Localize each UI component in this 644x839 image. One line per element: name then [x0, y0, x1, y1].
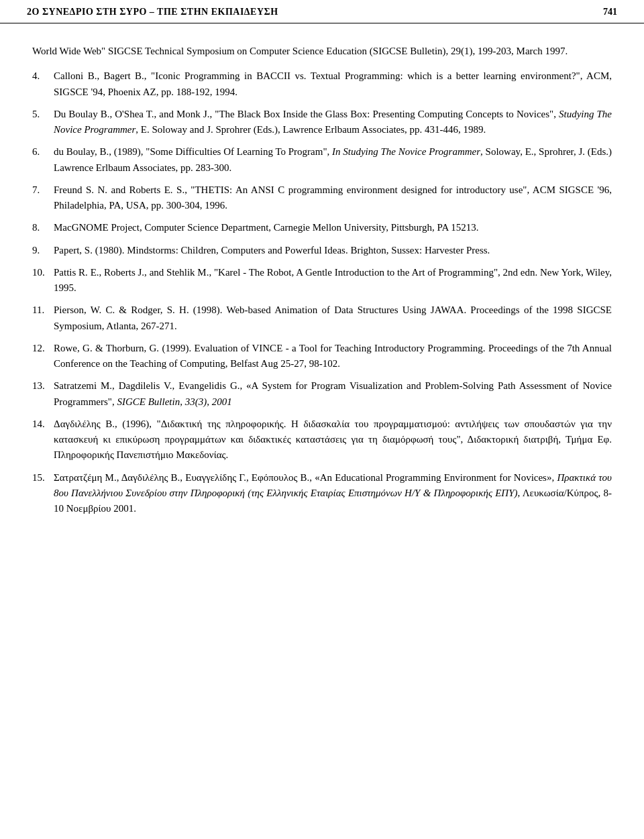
- intro-text: World Wide Web" SIGCSE Technical Symposi…: [32, 46, 568, 56]
- ref-number: 10.: [32, 265, 54, 296]
- reference-list: 4.Calloni B., Bagert B., "Iconic Program…: [32, 68, 612, 516]
- ref-text: Rowe, G. & Thorburn, G. (1999). Evaluati…: [54, 341, 612, 372]
- list-item: 5.Du Boulay B., O'Shea T., and Monk J., …: [32, 107, 612, 138]
- list-item: 8.MacGNOME Project, Computer Science Dep…: [32, 220, 612, 235]
- ref-text: du Boulay, B., (1989), "Some Difficultie…: [54, 144, 612, 176]
- intro-paragraph: World Wide Web" SIGCSE Technical Symposi…: [32, 44, 612, 59]
- list-item: 10.Pattis R. E., Roberts J., and Stehlik…: [32, 265, 612, 296]
- header-page-number: 741: [603, 7, 617, 17]
- ref-number: 11.: [32, 302, 54, 334]
- ref-text: Pattis R. E., Roberts J., and Stehlik M.…: [54, 265, 612, 296]
- ref-number: 8.: [32, 220, 54, 235]
- list-item: 9.Papert, S. (1980). Mindstorms: Childre…: [32, 243, 612, 258]
- ref-text: Δαγδιλέλης Β., (1996), "Διδακτική της πλ…: [54, 416, 612, 463]
- ref-number: 15.: [32, 470, 54, 517]
- ref-number: 12.: [32, 341, 54, 372]
- ref-text: Σατρατζέμη Μ., Δαγδιλέλης Β., Ευαγγελίδη…: [54, 470, 612, 517]
- ref-text: Du Boulay B., O'Shea T., and Monk J., "T…: [54, 107, 612, 138]
- list-item: 7.Freund S. N. and Roberts E. S., "THETI…: [32, 182, 612, 214]
- ref-text: Pierson, W. C. & Rodger, S. H. (1998). W…: [54, 302, 612, 334]
- list-item: 12.Rowe, G. & Thorburn, G. (1999). Evalu…: [32, 341, 612, 372]
- ref-number: 6.: [32, 144, 54, 176]
- ref-number: 9.: [32, 243, 54, 258]
- list-item: 6.du Boulay, B., (1989), "Some Difficult…: [32, 144, 612, 176]
- main-content: World Wide Web" SIGCSE Technical Symposi…: [0, 23, 644, 550]
- ref-number: 4.: [32, 68, 54, 100]
- header-title: 2Ο ΣΥΝΕΔΡΙΟ ΣΤΗ ΣΥΡΟ – ΤΠΕ ΣΤΗΝ ΕΚΠΑΙΔΕΥ…: [27, 7, 278, 17]
- ref-text: Satratzemi M., Dagdilelis V., Evangelidi…: [54, 378, 612, 410]
- list-item: 14.Δαγδιλέλης Β., (1996), "Διδακτική της…: [32, 416, 612, 463]
- ref-text: Freund S. N. and Roberts E. S., "THETIS:…: [54, 182, 612, 214]
- ref-text: Calloni B., Bagert B., "Iconic Programmi…: [54, 68, 612, 100]
- list-item: 4.Calloni B., Bagert B., "Iconic Program…: [32, 68, 612, 100]
- list-item: 15.Σατρατζέμη Μ., Δαγδιλέλης Β., Ευαγγελ…: [32, 470, 612, 517]
- page-header: 2Ο ΣΥΝΕΔΡΙΟ ΣΤΗ ΣΥΡΟ – ΤΠΕ ΣΤΗΝ ΕΚΠΑΙΔΕΥ…: [0, 0, 644, 23]
- ref-number: 5.: [32, 107, 54, 138]
- ref-number: 14.: [32, 416, 54, 463]
- ref-text: Papert, S. (1980). Mindstorms: Children,…: [54, 243, 612, 258]
- ref-number: 7.: [32, 182, 54, 214]
- list-item: 13.Satratzemi M., Dagdilelis V., Evangel…: [32, 378, 612, 410]
- ref-number: 13.: [32, 378, 54, 410]
- ref-text: MacGNOME Project, Computer Science Depar…: [54, 220, 612, 235]
- list-item: 11.Pierson, W. C. & Rodger, S. H. (1998)…: [32, 302, 612, 334]
